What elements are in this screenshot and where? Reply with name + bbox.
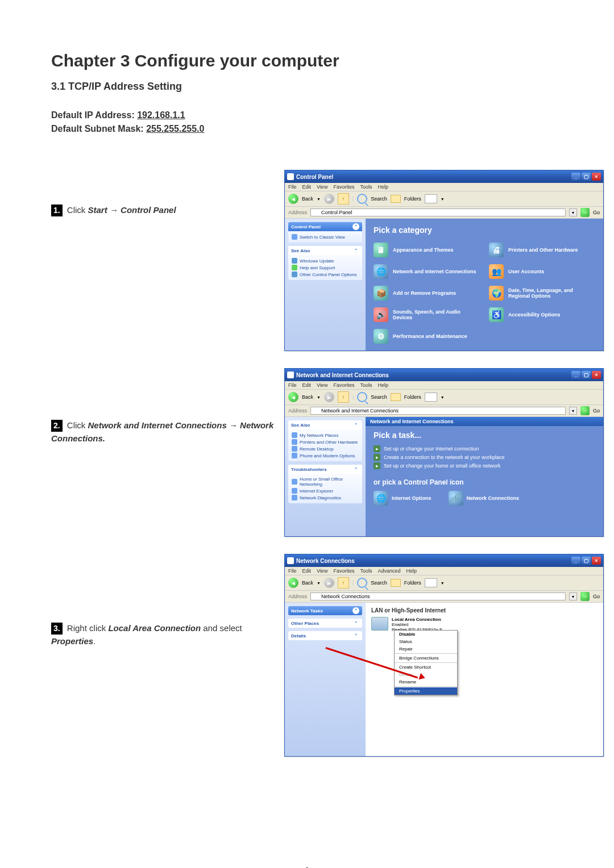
- forward-button[interactable]: ►: [324, 392, 334, 402]
- folders-icon[interactable]: [391, 579, 401, 587]
- back-button[interactable]: ◄: [288, 392, 298, 402]
- section-title: 3.1 TCP/IP Address Setting: [51, 81, 563, 93]
- menu-bar[interactable]: FileEditViewFavoritesToolsAdvancedHelp: [285, 567, 603, 575]
- collapse-icon[interactable]: ˄: [352, 607, 359, 614]
- search-icon[interactable]: [357, 194, 367, 204]
- views-button[interactable]: [425, 393, 437, 402]
- category-printers[interactable]: 🖨Printers and Other Hardware: [489, 243, 595, 257]
- see-also-link[interactable]: Windows Update: [292, 257, 359, 264]
- category-network[interactable]: 🌐Network and Internet Connections: [374, 264, 480, 279]
- category-sounds[interactable]: 🔊Sounds, Speech, and Audio Devices: [374, 307, 480, 322]
- ctx-properties[interactable]: Properties: [395, 687, 457, 695]
- ctx-rename[interactable]: Rename: [395, 678, 457, 686]
- pick-icon-title: or pick a Control Panel icon: [374, 478, 595, 486]
- address-dropdown[interactable]: ▾: [569, 592, 577, 600]
- address-field[interactable]: Network Connections: [310, 592, 566, 600]
- ctx-shortcut[interactable]: Create Shortcut: [395, 663, 457, 671]
- step-3-number: 3.: [51, 623, 63, 635]
- maximize-button[interactable]: ▢: [582, 371, 591, 379]
- go-button[interactable]: →: [580, 406, 590, 415]
- default-mask-label: Default Subnet Mask:: [51, 124, 146, 133]
- switch-classic-link[interactable]: Switch to Classic View: [292, 233, 359, 240]
- category-date-time[interactable]: 🌍Date, Time, Language, and Regional Opti…: [489, 286, 595, 301]
- step-3-text: 3. Right click Local Area Connection and…: [51, 554, 279, 648]
- collapse-icon[interactable]: ˄: [352, 223, 359, 230]
- minimize-button[interactable]: _: [571, 173, 580, 181]
- connection-group: LAN or High-Speed Internet: [371, 607, 598, 614]
- minimize-button[interactable]: _: [571, 371, 580, 379]
- see-also-link[interactable]: Remote Desktop: [292, 445, 359, 452]
- ctx-disable[interactable]: Disable: [395, 631, 457, 638]
- search-icon[interactable]: [357, 578, 367, 588]
- menu-bar[interactable]: FileEditViewFavoritesToolsHelp: [285, 183, 603, 191]
- category-bar: Network and Internet Connections: [366, 417, 603, 426]
- go-button[interactable]: →: [580, 592, 590, 601]
- screenshot-network-connections: Network Connections _ ▢ × FileEditViewFa…: [284, 554, 604, 757]
- task-link[interactable]: ▸Set up or change your home or small off…: [374, 462, 595, 469]
- window-title: Control Panel: [296, 174, 333, 180]
- address-dropdown[interactable]: ▾: [569, 208, 577, 216]
- default-mask-value: 255.255.255.0: [146, 124, 204, 133]
- ctx-repair[interactable]: Repair: [395, 645, 457, 653]
- address-label: Address: [288, 210, 307, 215]
- screenshot-network-internet: Network and Internet Connections _ ▢ × F…: [284, 368, 604, 537]
- folders-icon[interactable]: [391, 195, 401, 203]
- forward-button[interactable]: ►: [324, 194, 334, 204]
- close-button[interactable]: ×: [592, 173, 601, 181]
- category-users[interactable]: 👥User Accounts: [489, 264, 595, 279]
- see-also-link[interactable]: Help and Support: [292, 264, 359, 271]
- search-icon[interactable]: [357, 392, 367, 402]
- task-link[interactable]: ▸Create a connection to the network at y…: [374, 454, 595, 461]
- maximize-button[interactable]: ▢: [582, 557, 591, 565]
- page-number: 6: [0, 866, 614, 868]
- ctx-bridge[interactable]: Bridge Connections: [395, 654, 457, 662]
- collapse-icon[interactable]: ˄: [352, 422, 359, 428]
- task-link[interactable]: ▸Set up or change your Internet connecti…: [374, 445, 595, 452]
- step-2-number: 2.: [51, 420, 63, 432]
- defaults-block: Default IP Address: 192.168.1.1 Default …: [51, 108, 563, 136]
- address-dropdown[interactable]: ▾: [569, 407, 577, 415]
- address-field[interactable]: Network and Internet Connections: [310, 407, 566, 415]
- window-icon: [287, 173, 294, 180]
- address-field[interactable]: Control Panel: [310, 208, 566, 216]
- category-accessibility[interactable]: ♿Accessibility Options: [489, 307, 595, 322]
- folders-icon[interactable]: [391, 393, 401, 401]
- category-performance[interactable]: ⚙Performance and Maintenance: [374, 329, 480, 344]
- menu-bar[interactable]: FileEditViewFavoritesToolsHelp: [285, 381, 603, 390]
- see-also-link[interactable]: Printers and Other Hardware: [292, 439, 359, 445]
- window-icon: [287, 372, 294, 378]
- context-menu[interactable]: Disable Status Repair Bridge Connections…: [394, 630, 458, 695]
- up-button[interactable]: ↑: [338, 391, 349, 403]
- back-button[interactable]: ◄: [288, 194, 298, 204]
- go-button[interactable]: →: [580, 208, 590, 217]
- category-add-remove[interactable]: 📦Add or Remove Programs: [374, 286, 480, 301]
- see-also-link[interactable]: My Network Places: [292, 432, 359, 439]
- maximize-button[interactable]: ▢: [582, 173, 591, 181]
- cp-icon-network-connections[interactable]: 🔗Network Connections: [449, 491, 520, 506]
- pick-category-title: Pick a category: [374, 226, 595, 235]
- category-appearance[interactable]: 🖥Appearance and Themes: [374, 243, 480, 257]
- minimize-button[interactable]: _: [571, 557, 580, 565]
- cp-icon-internet-options[interactable]: 🌐Internet Options: [374, 491, 432, 506]
- window-title: Network and Internet Connections: [296, 372, 389, 378]
- address-label: Address: [288, 408, 307, 414]
- troubleshooter-link[interactable]: Network Diagnostics: [292, 494, 359, 501]
- close-button[interactable]: ×: [592, 557, 601, 565]
- collapse-icon[interactable]: ˄: [352, 466, 359, 473]
- troubleshooter-link[interactable]: Home or Small Office Networking: [292, 476, 359, 487]
- views-button[interactable]: [425, 194, 437, 203]
- forward-button[interactable]: ►: [324, 578, 334, 588]
- expand-icon[interactable]: ˅: [352, 620, 359, 627]
- back-button[interactable]: ◄: [288, 578, 298, 588]
- ctx-status[interactable]: Status: [395, 638, 457, 645]
- expand-icon[interactable]: ˅: [352, 632, 359, 639]
- see-also-link[interactable]: Other Control Panel Options: [292, 271, 359, 278]
- up-button[interactable]: ↑: [338, 193, 349, 205]
- see-also-link[interactable]: Phone and Modem Options: [292, 452, 359, 459]
- window-title: Network Connections: [296, 558, 355, 564]
- troubleshooter-link[interactable]: Internet Explorer: [292, 487, 359, 494]
- close-button[interactable]: ×: [592, 371, 601, 379]
- collapse-icon[interactable]: ˄: [352, 247, 359, 254]
- views-button[interactable]: [425, 578, 437, 587]
- up-button[interactable]: ↑: [338, 577, 349, 589]
